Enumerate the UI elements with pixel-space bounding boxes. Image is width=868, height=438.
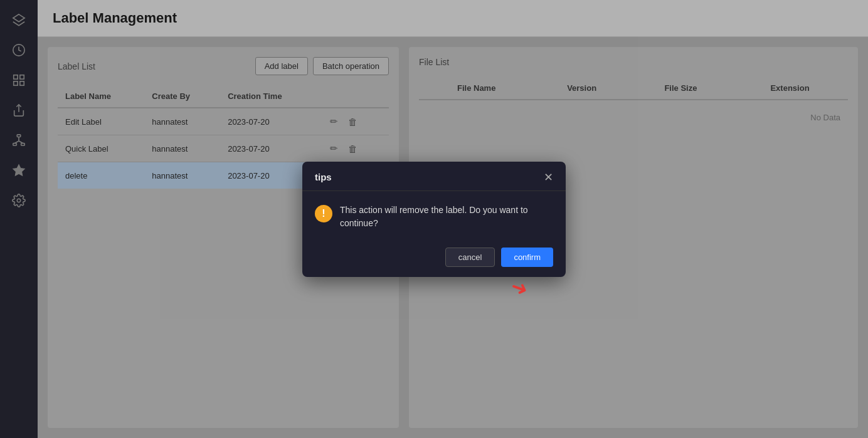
modal-title: tips — [315, 172, 332, 182]
arrow-pointer: ➜ — [507, 273, 531, 301]
cancel-button[interactable]: cancel — [445, 248, 495, 267]
modal-footer: cancel confirm — [302, 240, 566, 277]
warning-icon: ! — [315, 205, 332, 222]
modal-body: ! This action will remove the label. Do … — [302, 191, 566, 240]
modal-close-button[interactable]: ✕ — [544, 172, 553, 183]
modal-header: tips ✕ — [302, 162, 566, 191]
confirm-button[interactable]: confirm — [501, 248, 553, 267]
tips-modal: tips ✕ ! This action will remove the lab… — [302, 162, 566, 277]
modal-overlay: tips ✕ ! This action will remove the lab… — [0, 0, 868, 438]
modal-message: This action will remove the label. Do yo… — [340, 204, 553, 230]
